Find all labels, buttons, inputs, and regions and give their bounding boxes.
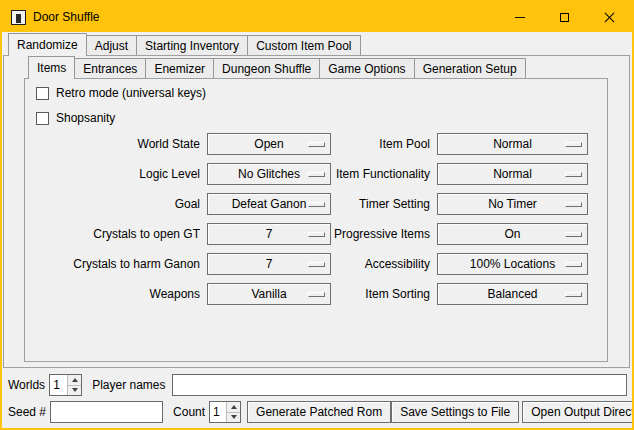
retro-mode-checkbox[interactable] [36,87,49,100]
seed-row: Seed # Count Generate Patched Rom Save S… [8,401,628,423]
dropdown-indicator-icon [565,292,582,297]
minimize-icon [515,17,525,18]
tab-generation-setup[interactable]: Generation Setup [414,58,526,78]
close-icon [604,12,615,23]
crystals-open-gt-label: Crystals to open GT [5,227,200,241]
progressive-items-label: Progressive Items [307,227,430,241]
tab-enemizer[interactable]: Enemizer [145,58,214,78]
worlds-input[interactable] [50,375,67,395]
main-tab-bar: Randomize Adjust Starting Inventory Cust… [8,33,361,55]
logic-level-label: Logic Level [5,167,200,181]
worlds-spinbox[interactable] [49,374,82,396]
down-arrow-icon [72,388,78,392]
shopsanity-label: Shopsanity [56,111,115,125]
item-functionality-dropdown[interactable]: Normal [437,163,588,185]
world-state-row: World State Open [5,133,331,155]
item-sorting-row: Item Sorting Balanced [307,283,588,305]
open-output-directory-button[interactable]: Open Output Directory [522,401,634,423]
item-sorting-label: Item Sorting [307,287,430,301]
item-functionality-label: Item Functionality [307,167,430,181]
count-increment-button[interactable] [227,402,240,412]
accessibility-row: Accessibility 100% Locations [307,253,588,275]
app-icon [11,10,26,25]
world-state-label: World State [5,137,200,151]
left-options-column: World State Open Logic Level No Glitches… [5,133,331,313]
progressive-items-dropdown[interactable]: On [437,223,588,245]
crystals-harm-ganon-row: Crystals to harm Ganon 7 [5,253,331,275]
logic-level-row: Logic Level No Glitches [5,163,331,185]
seed-input[interactable] [50,401,163,423]
progressive-items-row: Progressive Items On [307,223,588,245]
player-names-label: Player names [92,378,165,392]
timer-setting-label: Timer Setting [307,197,430,211]
shopsanity-checkbox-row: Shopsanity [36,110,115,126]
count-decrement-button[interactable] [227,412,240,423]
window-content: Randomize Adjust Starting Inventory Cust… [2,32,632,428]
tab-custom-item-pool[interactable]: Custom Item Pool [247,35,360,55]
tab-starting-inventory[interactable]: Starting Inventory [136,35,248,55]
count-label: Count [173,405,205,419]
tab-dungeon-shuffle[interactable]: Dungeon Shuffle [213,58,320,78]
tab-entrances[interactable]: Entrances [74,58,146,78]
maximize-button[interactable] [542,2,587,32]
save-settings-button[interactable]: Save Settings to File [391,401,519,423]
close-button[interactable] [587,2,632,32]
count-spin-arrows [226,402,240,422]
shopsanity-checkbox[interactable] [36,112,49,125]
item-pool-label: Item Pool [307,137,430,151]
goal-row: Goal Defeat Ganon [5,193,331,215]
dropdown-indicator-icon [565,232,582,237]
worlds-increment-button[interactable] [68,375,81,385]
window-controls [497,2,632,32]
up-arrow-icon [231,405,237,409]
timer-setting-dropdown[interactable]: No Timer [437,193,588,215]
tab-items[interactable]: Items [28,56,75,79]
worlds-spin-arrows [67,375,81,395]
tab-adjust[interactable]: Adjust [86,35,137,55]
generate-patched-rom-button[interactable]: Generate Patched Rom [247,401,391,423]
crystals-open-gt-row: Crystals to open GT 7 [5,223,331,245]
count-spinbox[interactable] [209,401,241,423]
dropdown-indicator-icon [565,202,582,207]
player-names-input[interactable] [172,374,628,396]
settings-tab-bar: Items Entrances Enemizer Dungeon Shuffle… [28,56,526,78]
titlebar: Door Shuffle [2,2,632,32]
crystals-harm-ganon-label: Crystals to harm Ganon [5,257,200,271]
right-options-column: Item Pool Normal Item Functionality Norm… [307,133,588,313]
item-functionality-row: Item Functionality Normal [307,163,588,185]
up-arrow-icon [72,378,78,382]
window-title: Door Shuffle [33,10,100,24]
weapons-row: Weapons Vanilla [5,283,331,305]
item-sorting-dropdown[interactable]: Balanced [437,283,588,305]
maximize-icon [560,13,569,22]
weapons-label: Weapons [5,287,200,301]
minimize-button[interactable] [497,2,542,32]
retro-mode-checkbox-row: Retro mode (universal keys) [36,85,206,101]
down-arrow-icon [231,415,237,419]
item-pool-dropdown[interactable]: Normal [437,133,588,155]
timer-setting-row: Timer Setting No Timer [307,193,588,215]
tab-game-options[interactable]: Game Options [319,58,414,78]
dropdown-indicator-icon [565,142,582,147]
item-pool-row: Item Pool Normal [307,133,588,155]
worlds-row: Worlds Player names [8,374,628,396]
goal-label: Goal [5,197,200,211]
worlds-label: Worlds [8,378,45,392]
app-window: Door Shuffle Randomize Adjust Starting I… [0,0,634,430]
count-input[interactable] [210,402,226,422]
retro-mode-label: Retro mode (universal keys) [56,86,206,100]
accessibility-dropdown[interactable]: 100% Locations [437,253,588,275]
seed-label: Seed # [8,405,46,419]
dropdown-indicator-icon [565,172,582,177]
worlds-decrement-button[interactable] [68,385,81,396]
tab-randomize[interactable]: Randomize [8,33,87,56]
dropdown-indicator-icon [565,262,582,267]
accessibility-label: Accessibility [307,257,430,271]
